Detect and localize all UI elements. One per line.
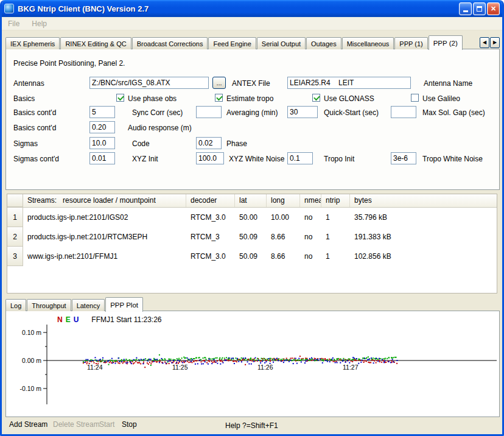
bottom-tabbar: Log Throughput Latency PPP Plot [5,297,144,311]
basics-contd2-row-label: Basics cont'd [13,124,56,132]
panel-caption: Precise Point Positioning, Panel 2. [13,59,125,68]
minimize-button[interactable] [459,2,472,15]
quick-start-input[interactable] [287,106,318,118]
cell-nmea: no [300,247,321,266]
use-glonass-checkbox[interactable] [312,94,320,102]
antex-file-input[interactable] [89,77,209,89]
tab-serial-output[interactable]: Serial Output [257,37,306,49]
use-galileo-checkbox[interactable] [411,94,419,102]
menu-file[interactable]: File [8,19,19,28]
ppp-plot-panel: N E U FFMJ1 Start 11:23:26 0.10 m 0.00 m… [5,311,500,417]
basics-row-label: Basics [13,94,35,103]
tab-ppp-2[interactable]: PPP (2) [429,35,463,50]
footer-bar: Add Stream Delete Stream Start Stop Help… [2,419,502,434]
sigma-phase-input[interactable] [196,137,222,149]
header-bytes: bytes [350,194,497,207]
estimate-tropo-checkbox[interactable] [215,94,223,102]
sigma-code-label: Code [132,139,150,148]
sigmas-contd-row-label: Sigmas cont'd [13,155,59,163]
stop-button[interactable]: Stop [122,420,137,429]
header-mountpoint: Streams: resource loader / mountpoint [23,194,186,207]
cell-ntrip: 1 [321,227,350,247]
ppp2-panel: Precise Point Positioning, Panel 2. Ante… [5,49,500,190]
menubar: File Help [2,17,502,30]
table-row[interactable]: 1 products.igs-ip.net:2101/IGS02 RTCM_3.… [7,208,497,227]
sync-corr-input[interactable] [89,106,115,118]
tropo-init-input[interactable] [287,152,313,164]
ytick-010: 0.10 m [22,329,41,336]
estimate-tropo-label: Estimate tropo [226,94,273,103]
antenna-name-input[interactable] [287,77,411,89]
tab-outages[interactable]: Outages [306,37,341,49]
arrow-right-icon: ▶ [493,40,497,45]
tab-throughput[interactable]: Throughput [27,299,71,311]
sigma-code-input[interactable] [89,137,115,149]
xyz-white-noise-input[interactable] [196,152,224,164]
close-button[interactable]: ✕ [487,2,500,15]
averaging-input[interactable] [196,106,222,118]
maximize-button[interactable] [473,2,486,15]
basics-contd-row-label: Basics cont'd [13,108,56,117]
streams-table: Streams: resource loader / mountpoint de… [7,194,497,294]
tropo-white-noise-input[interactable] [391,152,416,164]
cell-ntrip: 1 [321,208,350,227]
tab-rinex-editing-qc[interactable]: RINEX Editing & QC [60,37,131,49]
tab-scroll-right-button[interactable]: ▶ [490,37,500,48]
cell-lat: 50.09 [235,227,267,247]
minimize-icon [463,10,468,12]
menu-help[interactable]: Help [32,19,47,28]
header-lat: lat [235,194,267,207]
cell-long: 8.66 [267,247,300,266]
sync-corr-label: Sync Corr (sec) [132,108,183,117]
cell-long: 8.66 [267,227,300,247]
table-row[interactable]: 2 products.igs-ip.net:2101/RTCM3EPH RTCM… [7,227,497,247]
tab-iex-ephemeris[interactable]: IEX Ephemeris [5,37,60,49]
ppp-plot-canvas: 0.10 m 0.00 m -0.10 m 11:24 11:25 11:26 … [6,311,502,417]
audio-response-label: Audio response (m) [128,124,192,132]
cell-ntrip: 1 [321,247,350,266]
titlebar[interactable]: BKG Ntrip Client (BNC) Version 2.7 ✕ [0,0,504,17]
tab-broadcast-corrections[interactable]: Broadcast Corrections [132,37,208,49]
antex-browse-button[interactable]: ... [212,77,226,89]
start-button[interactable]: Start [99,420,114,429]
add-stream-button[interactable]: Add Stream [9,420,47,429]
header-corner-cell [7,194,23,207]
tab-scroll-left-button[interactable]: ◀ [480,37,489,48]
sigma-phase-label: Phase [226,139,247,148]
cell-mountpoint: products.igs-ip.net:2101/IGS02 [23,208,186,227]
max-sol-gap-input[interactable] [391,106,416,118]
tab-ppp-plot[interactable]: PPP Plot [105,297,143,312]
antex-file-label: ANTEX File [232,79,270,88]
tab-miscellaneous[interactable]: Miscellaneous [342,37,394,49]
cell-lat: 50.00 [235,208,267,227]
xtick-1124: 11:24 [87,364,103,371]
tropo-init-label: Tropo Init [324,155,354,163]
help-shortcut-text: Help ?=Shift+F1 [225,421,278,430]
cell-decoder: RTCM_3.0 [186,208,235,227]
xyz-init-label: XYZ Init [132,155,158,163]
tab-log[interactable]: Log [5,299,26,311]
table-row[interactable]: 3 www.igs-ip.net:2101/FFMJ1 RTCM_3.0 50.… [7,247,497,266]
header-long: long [267,194,300,207]
audio-response-input[interactable] [89,121,115,133]
xtick-1126: 11:26 [257,364,273,371]
tab-feed-engine[interactable]: Feed Engine [208,37,256,49]
app-window: BKG Ntrip Client (BNC) Version 2.7 ✕ Fil… [0,0,504,436]
xyz-init-input[interactable] [89,152,115,164]
header-nmea: nmea [300,194,321,207]
ytick-000: 0.00 m [22,357,41,364]
tropo-white-noise-label: Tropo White Noise [422,155,483,163]
streams-table-header: Streams: resource loader / mountpoint de… [7,194,497,208]
tab-ppp-1[interactable]: PPP (1) [394,37,427,49]
cell-decoder: RTCM_3 [186,227,235,247]
cell-bytes: 191.383 kB [350,227,497,247]
max-sol-gap-label: Max Sol. Gap (sec) [422,108,485,117]
row-number: 3 [7,247,23,266]
arrow-left-icon: ◀ [483,40,486,45]
cell-nmea: no [300,208,321,227]
tab-latency[interactable]: Latency [72,299,105,311]
header-ntrip: ntrip [321,194,350,207]
delete-stream-button[interactable]: Delete Stream [53,420,100,429]
sigmas-row-label: Sigmas [13,139,38,148]
use-phase-obs-checkbox[interactable] [116,94,124,102]
